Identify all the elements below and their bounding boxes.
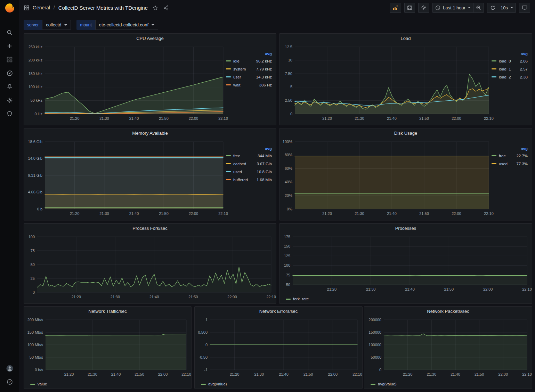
dashboard-title[interactable]: CollectD Server Metrics with TDengine (58, 5, 148, 11)
legend-series-avg: 2.86 (520, 59, 528, 63)
x-tick-label: 21:30 (99, 116, 109, 120)
legend-item-free[interactable]: free22.7% (492, 152, 528, 160)
disk-usage-chart[interactable]: 0%20%40%60%80%100%21:2021:3021:4021:5022… (281, 137, 492, 219)
y-tick-label: 4.66 Gib (28, 190, 42, 194)
chevron-down-icon (64, 24, 67, 26)
chart-canvas: 05000010000015000020000021:2021:3021:402… (366, 316, 530, 380)
help-icon[interactable]: ? (3, 375, 17, 389)
x-tick-label: 21:30 (99, 211, 109, 216)
variable-server-select[interactable]: collectd (42, 20, 71, 30)
legend-item-used[interactable]: used10.8 Gib (226, 168, 272, 176)
legend-series-name: load_2 (499, 75, 511, 79)
legend-item-idle[interactable]: idle96.2 kHz (226, 57, 272, 65)
configuration-gear-icon[interactable] (3, 93, 17, 107)
y-tick-label: 9.31 Gib (28, 173, 42, 177)
memory-available-chart[interactable]: 0 b4.66 Gib9.31 Gib14.0 Gib18.6 Gib21:20… (25, 137, 226, 219)
y-tick-label: 50 (31, 262, 35, 267)
grafana-logo[interactable] (5, 3, 15, 13)
explore-compass-icon[interactable] (3, 66, 17, 80)
refresh-button[interactable] (487, 3, 498, 13)
x-tick-label: 21:20 (322, 116, 332, 120)
legend-item-cached[interactable]: cached3.67 Gib (226, 160, 272, 168)
load-chart[interactable]: 02.5057.501012.521:2021:3021:4021:5022:0… (281, 43, 492, 124)
breadcrumb-separator: / (54, 5, 55, 10)
legend-series-name: buffered (233, 178, 248, 182)
legend-item-system[interactable]: system7.79 kHz (226, 65, 272, 73)
legend-series-name: system (233, 67, 246, 71)
panel-title-process-fork[interactable]: Process Fork/sec (24, 224, 276, 233)
y-tick-label: 0 b (37, 207, 42, 211)
panel-title-text: Process Fork/sec (132, 226, 167, 231)
x-tick-label: 21:50 (188, 295, 198, 299)
zoom-out-button[interactable] (473, 3, 484, 13)
network-errors-legend: avg(value) (196, 380, 361, 388)
y-tick-label: 0.500 (198, 330, 208, 334)
panel-title-cpu-average[interactable]: CPU Average (24, 34, 276, 43)
process-fork-chart[interactable]: 025507510021:2021:3021:4021:5022:0022:10 (25, 233, 275, 303)
panel-title-processes[interactable]: Processes (279, 224, 532, 233)
network-errors-chart[interactable]: -1-0.5000.500121:2021:3021:4021:5022:002… (196, 316, 361, 380)
legend-series-name[interactable]: avg(value) (208, 382, 227, 386)
user-avatar[interactable] (3, 361, 17, 375)
processes-chart[interactable]: 507510012515017521:2021:3021:4021:5022:0… (281, 233, 530, 295)
legend-series-name[interactable]: fork_rate (293, 297, 309, 301)
panel-title-network-packets[interactable]: Network Packets/sec (364, 307, 532, 316)
legend-item-load_2[interactable]: load_22.38 (492, 73, 528, 81)
series-color-dash (492, 68, 496, 69)
variable-mount-label: mount (76, 20, 95, 30)
create-icon[interactable] (3, 39, 17, 53)
network-traffic-chart[interactable]: 0 b/s50 Mb/s100 Mb/s150 Mb/s200 Mb/s21:2… (25, 316, 190, 380)
legend-item-buffered[interactable]: buffered1.68 Mib (226, 176, 272, 184)
time-range-picker[interactable]: Last 1 hour (432, 3, 473, 13)
share-icon[interactable] (163, 5, 169, 10)
legend-item-free[interactable]: free344 Mib (226, 152, 272, 160)
dashboards-icon[interactable] (3, 53, 17, 66)
refresh-interval-picker[interactable]: 10s (498, 3, 516, 13)
legend-avg-header: avg (492, 52, 528, 56)
series-color-dash (371, 384, 375, 385)
legend-item-user[interactable]: user14.3 kHz (226, 73, 272, 81)
x-tick-label: 21:50 (475, 372, 484, 376)
panel-title-memory-available[interactable]: Memory Available (24, 128, 276, 137)
panel-title-text: Network Packets/sec (427, 309, 469, 314)
apps-grid-icon[interactable] (24, 5, 29, 10)
legend-avg-header: avg (226, 147, 272, 151)
save-dashboard-button[interactable] (404, 3, 415, 13)
panel-title-text: Memory Available (132, 131, 168, 136)
search-icon[interactable] (3, 26, 17, 39)
series-color-dash (226, 84, 231, 85)
network-packets-chart[interactable]: 05000010000015000020000021:2021:3021:402… (366, 316, 530, 380)
legend-item-used[interactable]: used77.3% (492, 160, 528, 168)
x-tick-label: 21:20 (327, 287, 337, 291)
series-color-dash (492, 60, 496, 61)
legend-series-name[interactable]: avg(value) (378, 382, 397, 386)
panel-title-network-traffic[interactable]: Network Traffic/sec (24, 307, 191, 316)
y-tick-label: 0 (379, 368, 381, 372)
panel-network-traffic: Network Traffic/sec 0 b/s50 Mb/s100 Mb/s… (24, 306, 192, 389)
add-panel-button[interactable] (390, 3, 401, 13)
panel-title-disk-usage[interactable]: Disk Usage (279, 128, 532, 137)
chevron-down-icon (510, 7, 513, 8)
network-traffic-legend: value (25, 380, 190, 388)
chevron-down-icon (468, 7, 471, 8)
header-actions: Last 1 hour 10s (390, 3, 530, 13)
y-tick-label: 150 (284, 244, 290, 248)
legend-item-wait[interactable]: wait386 Hz (226, 81, 272, 89)
breadcrumb: General / CollectD Server Metrics with T… (24, 5, 169, 11)
variable-mount-select[interactable]: etc-collectd-collectd.conf (95, 20, 158, 30)
cpu-average-chart[interactable]: 0 Hz50 kHz100 kHz150 kHz200 kHz250 kHz21… (25, 43, 226, 124)
server-admin-shield-icon[interactable] (3, 107, 17, 120)
legend-item-load_1[interactable]: load_12.57 (492, 65, 528, 73)
star-icon[interactable] (153, 5, 158, 10)
breadcrumb-folder[interactable]: General (33, 5, 50, 10)
panel-title-load[interactable]: Load (279, 34, 532, 43)
legend-item-load_0[interactable]: load_02.86 (492, 57, 528, 65)
alerting-bell-icon[interactable] (3, 80, 17, 93)
legend-series-name[interactable]: value (38, 382, 47, 386)
y-tick-label: 175 (284, 235, 290, 239)
y-tick-label: 0 Hz (34, 112, 42, 116)
panel-title-network-errors[interactable]: Network Errors/sec (195, 307, 362, 316)
x-tick-label: 22:00 (189, 116, 198, 120)
dashboard-settings-button[interactable] (418, 3, 429, 13)
cycle-view-mode-button[interactable] (519, 3, 530, 13)
